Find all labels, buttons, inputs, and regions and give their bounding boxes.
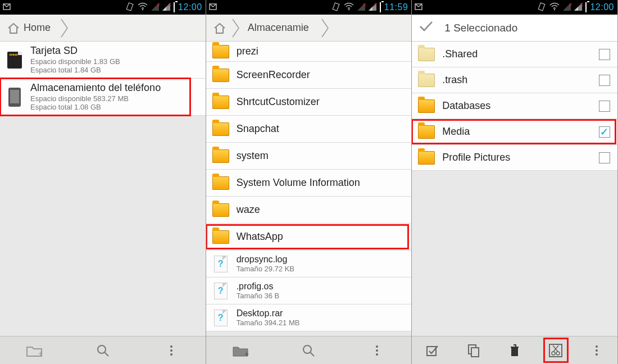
signal1-icon: × — [357, 3, 365, 12]
search-button[interactable] — [275, 336, 343, 364]
svg-line-8 — [104, 352, 108, 356]
folder-whatsapp[interactable]: WhatsApp — [206, 224, 412, 251]
overflow-menu-button[interactable] — [576, 336, 617, 364]
svg-rect-10 — [333, 2, 339, 10]
wifi-icon — [138, 3, 148, 12]
selection-list: .Shared .trash Databases Media Profile P… — [412, 42, 617, 336]
rotation-lock-icon — [125, 2, 134, 13]
checkbox[interactable] — [599, 126, 610, 138]
folder-icon — [212, 176, 229, 190]
folder-item[interactable]: ShrtcutCustomizer — [206, 89, 412, 116]
wifi-icon — [549, 3, 560, 12]
status-bar: × × 12:00 — [0, 0, 206, 15]
folder-icon — [418, 99, 435, 113]
svg-point-11 — [348, 8, 349, 10]
file-size: Tamaño 29.72 KB — [237, 265, 406, 274]
folder-name: ShrtcutCustomizer — [237, 96, 406, 108]
breadcrumb-home[interactable]: Home — [3, 17, 58, 39]
folder-item[interactable]: Snapchat — [206, 116, 412, 143]
home-icon — [7, 22, 20, 34]
action-bar: + — [206, 336, 412, 364]
svg-point-2 — [142, 8, 143, 10]
svg-rect-26 — [471, 348, 479, 357]
breadcrumb-home-label: Home — [24, 22, 51, 34]
chevron-right-icon — [61, 17, 69, 39]
storage-avail: Espacio disponible 583.27 MB — [30, 94, 200, 103]
storage-avail: Espacio disponible 1.83 GB — [30, 57, 200, 66]
select-all-button[interactable] — [412, 336, 453, 364]
panel-home: × × 12:00 Home Tarjeta SD — [0, 0, 206, 364]
svg-text:+: + — [244, 349, 249, 357]
svg-point-28 — [552, 352, 555, 355]
folder-item[interactable]: Profile Pictures — [412, 145, 617, 171]
copy-button[interactable] — [453, 336, 494, 364]
battery-icon — [174, 3, 175, 12]
folder-icon — [212, 122, 229, 136]
status-time: 11:59 — [384, 2, 408, 12]
file-name: .profig.os — [237, 281, 406, 292]
folder-item[interactable]: waze — [206, 197, 412, 224]
action-bar: + — [0, 336, 206, 364]
breadcrumb-storage[interactable]: Almacenamie — [242, 17, 319, 39]
file-name: dropsync.log — [237, 254, 406, 265]
breadcrumb-bar: Home — [0, 15, 206, 42]
folder-icon — [418, 74, 435, 87]
folder-list[interactable]: prezi ScreenRecorder ShrtcutCustomizer S… — [206, 42, 412, 336]
file-icon: ? — [214, 256, 228, 272]
storage-title: Almacenamiento del teléfono — [30, 82, 200, 94]
overflow-menu-button[interactable] — [137, 336, 206, 364]
folder-item[interactable]: system — [206, 143, 412, 170]
svg-marker-14 — [369, 7, 372, 11]
folder-icon — [418, 151, 435, 165]
checkbox[interactable] — [599, 152, 610, 163]
folder-item[interactable]: .trash — [412, 67, 617, 93]
svg-line-17 — [310, 352, 314, 356]
battery-icon — [585, 3, 587, 12]
chevron-right-icon — [232, 17, 240, 39]
search-button[interactable] — [69, 336, 137, 364]
done-icon[interactable] — [419, 20, 433, 35]
checkbox[interactable] — [599, 101, 610, 112]
file-item[interactable]: ? .profig.os Tamaño 36 B — [206, 277, 412, 304]
folder-name: prezi — [237, 46, 406, 58]
file-size: Tamaño 36 B — [237, 292, 406, 301]
file-size: Tamaño 394.21 MB — [237, 319, 406, 327]
new-folder-button[interactable]: + — [206, 336, 275, 364]
notification-icon — [2, 3, 11, 12]
breadcrumb-label: Almacenamie — [248, 22, 309, 34]
checkbox[interactable] — [599, 49, 610, 60]
breadcrumb-home[interactable] — [210, 17, 230, 39]
wifi-icon — [344, 3, 354, 12]
selection-header: 1 Seleccionado — [412, 15, 617, 42]
signal1-icon: × — [563, 3, 571, 12]
status-time: 12:00 — [178, 2, 202, 12]
panel-selection: × × 12:00 1 Seleccionado .Shared .trash … — [412, 0, 618, 364]
new-folder-button[interactable]: + — [0, 336, 69, 364]
folder-item[interactable]: prezi — [206, 42, 412, 62]
checkbox[interactable] — [599, 75, 610, 86]
cut-button[interactable] — [535, 336, 576, 364]
folder-icon — [212, 149, 229, 163]
file-item[interactable]: ? Desktop.rar Tamaño 394.21 MB — [206, 304, 412, 331]
folder-name: WhatsApp — [237, 231, 406, 243]
rotation-lock-icon — [537, 2, 546, 13]
folder-media[interactable]: Media — [412, 119, 617, 145]
storage-phone[interactable]: Almacenamiento del teléfono Espacio disp… — [0, 79, 206, 116]
folder-item[interactable]: .Shared — [412, 42, 617, 67]
delete-button[interactable] — [494, 336, 535, 364]
breadcrumb-bar: Almacenamie — [206, 15, 412, 42]
overflow-menu-button[interactable] — [343, 336, 411, 364]
storage-total: Espacio total 1.84 GB — [30, 66, 200, 75]
svg-point-20 — [554, 8, 555, 10]
file-item[interactable]: ? dropsync.log Tamaño 29.72 KB — [206, 251, 412, 277]
folder-icon — [418, 48, 435, 61]
svg-rect-27 — [549, 344, 562, 357]
selection-count-label: 1 Seleccionado — [444, 22, 517, 34]
storage-sd[interactable]: Tarjeta SD Espacio disponible 1.83 GB Es… — [0, 42, 206, 79]
folder-item[interactable]: System Volume Information — [206, 170, 412, 197]
file-icon: ? — [214, 283, 228, 299]
overflow-icon — [376, 345, 378, 356]
folder-item[interactable]: ScreenRecorder — [206, 62, 412, 89]
folder-item[interactable]: Databases — [412, 93, 617, 119]
overflow-icon — [170, 345, 172, 356]
